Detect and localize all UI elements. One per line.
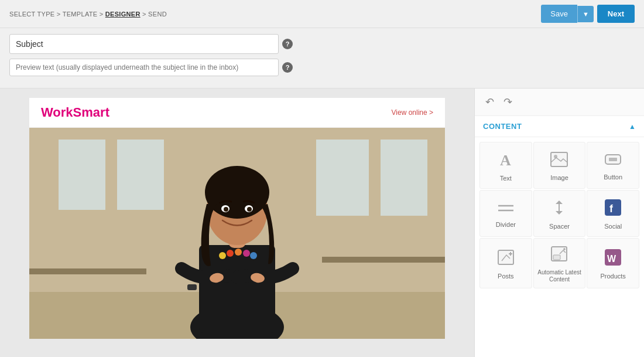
posts-svg [497, 249, 515, 266]
posts-icon [497, 249, 515, 269]
products-icon: W [605, 249, 621, 269]
auto-item-label: Automatic Latest Content [537, 269, 582, 283]
svg-rect-41 [553, 255, 560, 260]
svg-point-22 [224, 207, 228, 212]
svg-rect-37 [498, 250, 513, 264]
svg-marker-34 [556, 211, 563, 215]
svg-rect-3 [316, 140, 369, 216]
svg-rect-24 [187, 284, 197, 290]
svg-point-12 [219, 252, 226, 259]
svg-point-19 [205, 166, 269, 219]
svg-text:W: W [607, 254, 616, 264]
svg-rect-9 [199, 245, 275, 333]
svg-text:f: f [609, 203, 614, 215]
products-svg: W [605, 249, 621, 266]
posts-item-label: Posts [498, 273, 514, 280]
social-icon: f [605, 199, 621, 219]
svg-point-14 [235, 249, 242, 256]
content-item-divider[interactable]: Divider [479, 190, 532, 237]
content-item-image[interactable]: Image [533, 142, 586, 189]
image-svg [550, 152, 568, 167]
products-item-label: Products [600, 273, 625, 280]
svg-rect-1 [59, 140, 105, 210]
save-button[interactable]: Save [541, 5, 577, 23]
brand-name-second: Smart [73, 105, 109, 120]
spacer-item-label: Spacer [549, 223, 570, 230]
subject-row: ? [9, 34, 635, 54]
svg-text:A: A [500, 152, 511, 168]
svg-point-23 [247, 207, 252, 212]
svg-marker-32 [556, 200, 563, 204]
svg-rect-35 [605, 199, 621, 216]
svg-rect-29 [609, 158, 617, 161]
button-item-label: Button [604, 174, 622, 181]
brand-logo: WorkSmart [41, 105, 109, 120]
breadcrumb: SELECT TYPE > TEMPLATE > DESIGNER > SEND [9, 11, 167, 18]
content-item-posts[interactable]: Posts [479, 238, 532, 288]
redo-button[interactable]: ↷ [501, 94, 515, 110]
svg-rect-7 [322, 257, 445, 263]
social-svg: f [605, 199, 621, 216]
preview-row: ? [9, 59, 635, 76]
subject-help-icon[interactable]: ? [282, 39, 293, 49]
content-item-social[interactable]: f Social [587, 190, 639, 237]
subject-input[interactable] [9, 34, 279, 54]
spacer-svg [552, 199, 566, 216]
view-online-link[interactable]: View online > [392, 108, 434, 117]
svg-point-16 [250, 252, 257, 259]
undo-button[interactable]: ↶ [483, 94, 496, 110]
content-header: CONTENT ▲ [475, 116, 644, 137]
content-item-spacer[interactable]: Spacer [533, 190, 586, 237]
collapse-arrow-icon[interactable]: ▲ [629, 123, 636, 131]
subject-area: ? ? [0, 28, 644, 89]
text-svg: A [498, 151, 514, 168]
content-item-products[interactable]: W Products [587, 238, 639, 288]
divider-svg [497, 202, 515, 214]
image-item-label: Image [550, 174, 568, 181]
divider-item-label: Divider [496, 221, 516, 228]
spacer-icon [552, 199, 566, 219]
email-header: WorkSmart View online > [29, 98, 445, 128]
auto-svg [550, 246, 568, 262]
content-item-text[interactable]: A Text [479, 142, 532, 189]
hero-svg [29, 128, 445, 339]
button-svg [604, 152, 622, 166]
email-preview-panel: WorkSmart View online > [0, 89, 474, 357]
content-items-grid: A Text Image [475, 137, 644, 293]
preview-text-input[interactable] [9, 59, 279, 76]
save-dropdown-button[interactable]: ▼ [577, 6, 594, 22]
text-icon: A [498, 151, 514, 171]
content-item-auto[interactable]: Automatic Latest Content [533, 238, 586, 288]
svg-rect-6 [29, 268, 146, 274]
top-bar: SELECT TYPE > TEMPLATE > DESIGNER > SEND… [0, 0, 644, 28]
text-item-label: Text [500, 175, 512, 182]
email-card: WorkSmart View online > [29, 98, 445, 339]
svg-rect-2 [117, 140, 164, 210]
button-icon [604, 152, 622, 170]
content-section: CONTENT ▲ A Text [475, 116, 644, 293]
social-item-label: Social [604, 223, 622, 230]
divider-icon [497, 201, 515, 217]
top-actions: Save ▼ Next [541, 5, 635, 23]
right-panel: ↶ ↷ CONTENT ▲ A Text [474, 89, 644, 357]
brand-name-first: Work [41, 105, 73, 120]
main-content: WorkSmart View online > [0, 89, 644, 357]
svg-rect-4 [381, 140, 427, 216]
svg-point-13 [227, 250, 234, 257]
auto-icon [550, 246, 568, 266]
next-button[interactable]: Next [597, 5, 635, 23]
content-section-title: CONTENT [483, 122, 522, 131]
svg-point-15 [243, 250, 250, 257]
content-item-button[interactable]: Button [587, 142, 639, 189]
preview-help-icon[interactable]: ? [282, 62, 293, 73]
undo-redo-bar: ↶ ↷ [475, 89, 644, 116]
image-icon [550, 152, 568, 171]
email-hero-image [29, 128, 445, 339]
